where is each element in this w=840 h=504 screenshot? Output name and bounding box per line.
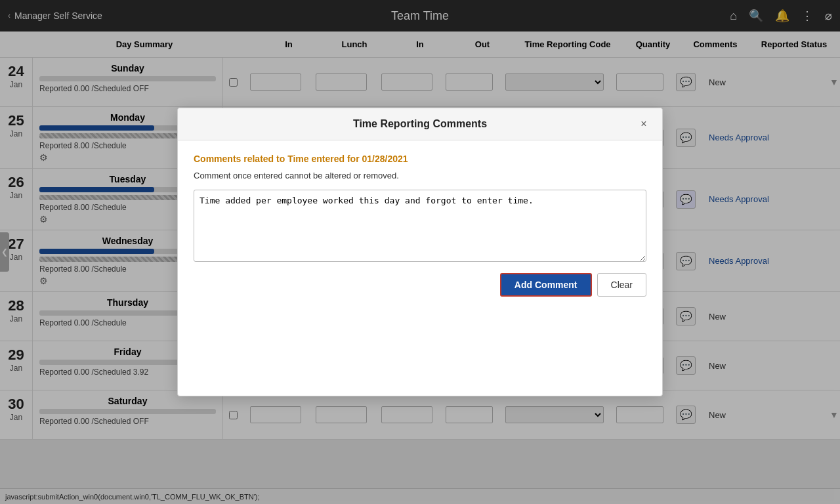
modal-close-button[interactable]: × [636,116,652,132]
modal-comment-title: Comments related to Time entered for 01/… [194,154,646,164]
modal-buttons: Add Comment Clear [194,273,646,297]
modal-title: Time Reporting Comments [204,118,636,130]
time-reporting-comments-modal: Time Reporting Comments × Comments relat… [177,108,663,396]
add-comment-button[interactable]: Add Comment [500,273,592,297]
comment-textarea[interactable]: Time added per employee worked this day … [194,190,646,262]
modal-notice: Comment once entered cannot be altered o… [194,171,646,180]
modal-header: Time Reporting Comments × [178,108,662,140]
modal-overlay: Time Reporting Comments × Comments relat… [0,0,840,504]
modal-body: Comments related to Time entered for 01/… [178,140,662,396]
clear-button[interactable]: Clear [597,273,646,297]
